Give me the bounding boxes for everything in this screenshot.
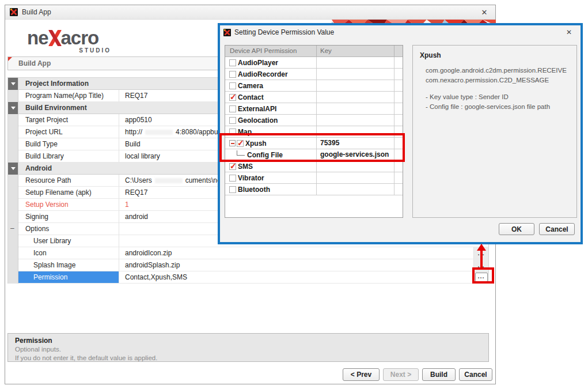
annotation-highlight-ellipsis-button <box>472 267 494 284</box>
row-gutter <box>8 175 18 187</box>
wizard-footer-buttons: < PrevNext >BuildCancel <box>343 368 492 381</box>
permission-info-panel: Xpush com.google.android.c2dm.permission… <box>412 45 577 218</box>
redacted-segment <box>145 130 173 135</box>
property-name: Options <box>18 223 119 235</box>
section-marker-icon <box>8 102 18 114</box>
column-header-permission: Device API Permission <box>225 46 317 56</box>
property-name: Build Type <box>18 138 119 150</box>
permission-cell: Contact <box>225 92 317 103</box>
row-extra-cell <box>394 103 403 114</box>
logo-text-right: acro <box>61 29 99 47</box>
grid-row-splash-image[interactable]: Splash ImageandroidSplash.zip... <box>8 259 488 271</box>
permission-checkbox[interactable] <box>229 175 236 182</box>
grid-row-permission[interactable]: PermissionContact,Xpush,SMS... <box>8 271 488 284</box>
permission-label: Bluetooth <box>238 186 270 194</box>
property-name: Icon <box>18 247 119 259</box>
property-name: Setup Version <box>18 199 119 211</box>
row-extra-cell <box>394 92 403 103</box>
permission-key-cell[interactable] <box>317 92 394 103</box>
permission-key-cell[interactable] <box>317 80 394 91</box>
grid-row-icon[interactable]: IconandroidIcon.zip... <box>8 247 488 259</box>
logo-text-left: ne <box>27 29 48 47</box>
permission-checkbox[interactable] <box>229 94 236 101</box>
cancel-button[interactable]: Cancel <box>459 368 492 381</box>
prev-button[interactable]: < Prev <box>343 368 380 381</box>
info-line: com.nexacro.permission.C2D_MESSAGE <box>420 75 570 85</box>
value-prefix: http:// <box>125 128 142 136</box>
permission-label: Vibrator <box>238 174 264 182</box>
row-extra-cell <box>394 161 403 172</box>
permission-checkbox[interactable] <box>229 117 236 124</box>
nexacro-app-icon <box>10 8 18 16</box>
property-value[interactable]: androidIcon.zip... <box>119 247 488 259</box>
permission-key-cell[interactable] <box>317 115 394 126</box>
permission-cell: Vibrator <box>225 172 317 183</box>
permission-checkbox[interactable] <box>229 105 236 112</box>
property-name: Program Name(App Title) <box>18 90 119 102</box>
property-value[interactable]: Contact,Xpush,SMS... <box>119 271 488 284</box>
row-extra-cell <box>394 115 403 126</box>
permission-checkbox[interactable] <box>229 186 236 193</box>
permission-row-externalapi[interactable]: ExternalAPI <box>225 103 403 115</box>
permission-row-camera[interactable]: Camera <box>225 80 403 92</box>
value-prefix: C:\Users <box>125 176 152 184</box>
permission-label: Geolocation <box>238 116 278 124</box>
permission-label: SMS <box>238 163 253 171</box>
permission-key-cell[interactable] <box>317 69 394 80</box>
row-gutter <box>8 102 18 114</box>
permission-row-contact[interactable]: Contact <box>225 92 403 103</box>
permission-row-audiorecorder[interactable]: AudioRecorder <box>225 69 403 80</box>
permission-cell: Bluetooth <box>225 184 317 195</box>
permission-key-cell[interactable] <box>317 184 394 195</box>
permission-checkbox[interactable] <box>229 163 236 170</box>
section-marker-icon <box>8 163 18 175</box>
permission-cell: Camera <box>225 80 317 91</box>
property-name: User Library <box>18 235 119 247</box>
permission-cell: SMS <box>225 161 317 172</box>
dialog-cancel-button[interactable]: Cancel <box>539 223 575 235</box>
row-gutter <box>8 187 18 199</box>
permission-checkbox[interactable] <box>229 71 236 78</box>
collapse-toggle[interactable] <box>8 223 18 235</box>
row-gutter <box>8 138 18 150</box>
section-marker-icon <box>8 78 18 90</box>
permission-row-geolocation[interactable]: Geolocation <box>225 115 403 126</box>
column-header-extra <box>394 46 403 56</box>
permission-row-sms[interactable]: SMS <box>225 161 403 172</box>
permission-checkbox[interactable] <box>229 59 236 66</box>
logo-x-icon <box>48 29 61 47</box>
dialog-close-button[interactable]: ✕ <box>562 27 576 37</box>
permission-key-cell[interactable] <box>317 161 394 172</box>
info-line <box>420 85 570 92</box>
row-gutter <box>8 211 18 223</box>
info-line: - Key value type : Sender ID <box>420 92 570 102</box>
property-name: Resource Path <box>18 175 119 187</box>
window-titlebar: Build App <box>5 5 495 20</box>
dialog-buttons: OKCancel <box>499 223 575 235</box>
dialog-ok-button[interactable]: OK <box>499 223 534 235</box>
row-gutter <box>8 199 18 211</box>
info-title: Xpush <box>420 51 570 59</box>
window-close-button[interactable]: ✕ <box>476 6 492 18</box>
property-name: Project URL <box>18 126 119 138</box>
info-line: com.google.android.c2dm.permission.RECEI… <box>420 66 570 75</box>
build-button[interactable]: Build <box>422 368 456 381</box>
window-title: Build App <box>22 8 51 16</box>
permission-table: Device API Permission Key AudioPlayerAud… <box>225 45 403 218</box>
annotation-arrow-head <box>477 244 486 251</box>
permission-row-bluetooth[interactable]: Bluetooth <box>225 184 403 195</box>
permission-cell: AudioRecorder <box>225 69 317 80</box>
permission-key-cell[interactable] <box>317 57 394 68</box>
permission-row-vibrator[interactable]: Vibrator <box>225 172 403 184</box>
permission-key-cell[interactable] <box>317 172 394 183</box>
permission-row-audioplayer[interactable]: AudioPlayer <box>225 57 403 69</box>
permission-label: ExternalAPI <box>238 105 276 113</box>
property-name: Target Project <box>18 114 119 126</box>
row-extra-cell <box>394 172 403 183</box>
permission-checkbox[interactable] <box>229 82 236 89</box>
permission-key-cell[interactable] <box>317 103 394 114</box>
description-line: Optional inputs. <box>15 345 481 354</box>
property-value[interactable]: androidSplash.zip... <box>119 259 488 271</box>
permission-table-header: Device API Permission Key <box>225 46 403 57</box>
row-gutter <box>8 259 18 271</box>
